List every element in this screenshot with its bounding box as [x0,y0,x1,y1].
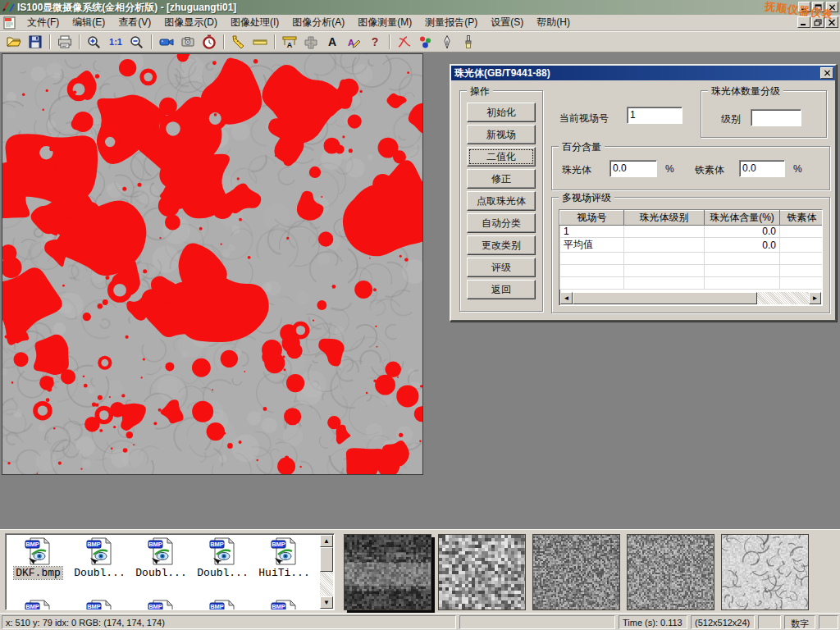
timer-button[interactable] [199,33,220,51]
current-view-input[interactable]: 1 [627,107,682,124]
particle-analysis-button[interactable] [415,33,436,51]
menu-item[interactable]: 测量报告(P) [418,14,484,31]
grid-cross-button[interactable] [300,33,322,51]
menu-item[interactable]: 文件(F) [21,14,66,31]
file-item[interactable]: BMP [192,600,253,610]
current-view-label: 当前视场号 [559,112,609,126]
scroll-left-icon[interactable]: ◄ [560,292,573,304]
measure-label-icon: A [281,34,298,49]
zoom-out-button[interactable] [126,33,148,51]
operation-button-7[interactable]: 更改类别 [467,235,536,255]
ferrite-value-input[interactable]: 0.0 [739,160,785,177]
operation-group-label: 操作 [467,84,493,98]
svg-text:BMP: BMP [87,603,101,610]
bottom-panel: BMPDKF.bmpBMPDoubl...BMPDoubl...BMPDoubl… [0,529,840,613]
table-row[interactable] [560,277,824,290]
open-icon [6,34,22,49]
table-hscrollbar[interactable]: ◄ ► [560,292,821,304]
bmp-file-icon: BMP [148,600,176,610]
column-header: 珠光体含量(%) [705,211,780,226]
open-button[interactable] [3,33,25,51]
operation-button-5[interactable]: 点取珠光体 [467,191,536,211]
scroll-up-icon[interactable]: ▲ [320,535,333,547]
menu-item[interactable]: 查看(V) [112,14,158,31]
thumbnail-image[interactable] [532,534,620,610]
menu-item[interactable]: 帮助(H) [530,14,577,31]
table-row[interactable] [560,265,824,277]
operation-button-4[interactable]: 修正 [467,169,536,189]
actual-size-button[interactable]: 1:1 [105,33,126,51]
save-icon [27,34,43,49]
scroll-down-icon[interactable]: ▼ [320,596,333,609]
operation-button-3[interactable]: 二值化 [467,147,536,167]
save-button[interactable] [25,33,46,51]
file-item[interactable]: BMP [7,600,69,610]
thumbnail-image[interactable] [627,534,714,610]
application-window: IS100显微摄像系统(金相分析版) - [zhuguangti01] 抚顺仪器… [0,0,840,630]
hscroll-thumb[interactable] [573,292,757,304]
menu-item[interactable]: 图像处理(I) [224,14,285,31]
brush-tool-button[interactable] [458,33,479,51]
thumbnail-image[interactable] [438,534,526,610]
file-name: Doubl... [134,567,188,579]
status-empty-panel-3 [819,615,838,629]
file-item[interactable]: BMP [69,600,130,610]
file-item[interactable]: BMPDoubl... [192,537,253,579]
camera-capture-button[interactable] [177,33,199,51]
curve-tool-button[interactable] [394,33,415,51]
file-item[interactable]: BMPDKF.bmp [7,537,69,579]
menu-item[interactable]: 图像分析(A) [285,14,351,31]
vscroll-thumb[interactable] [320,547,333,572]
menu-item[interactable]: 图像显示(D) [158,14,224,31]
table-cell [624,253,705,265]
ferrite-label: 铁素体 [695,163,724,177]
zoom-in-button[interactable] [84,33,105,51]
thumbnail-image[interactable] [721,534,809,610]
svg-text:A: A [328,35,336,48]
operation-button-2[interactable]: 新视场 [467,125,536,144]
thumbnail-canvas [628,535,714,609]
menu-item[interactable]: 图像测量(M) [351,14,418,31]
specimen-image[interactable] [2,53,423,475]
print-button[interactable] [54,33,75,51]
ruler-button[interactable] [249,33,271,51]
thumbnail-image[interactable] [344,534,431,610]
operation-button-9[interactable]: 返回 [467,280,536,299]
svg-text:BMP: BMP [25,541,39,548]
file-item[interactable]: BMP [253,600,315,610]
pen-tool-button[interactable] [436,33,458,51]
measure-label-button[interactable]: A [279,33,300,51]
table-row[interactable]: 10.0 [560,226,824,238]
file-name: Doubl... [72,567,126,579]
status-bar: x: 510 y: 79 idx: 0 RGB: (174, 174, 174)… [0,613,840,630]
menu-item[interactable]: 编辑(E) [66,14,112,31]
operation-button-6[interactable]: 自动分类 [467,213,536,233]
toolbar-separator [79,34,80,49]
annotate-button[interactable]: A [343,33,364,51]
file-item[interactable]: BMPHuiTi... [253,537,315,579]
file-item[interactable]: BMPDoubl... [69,537,130,579]
file-list-vscrollbar[interactable]: ▲ ▼ [320,535,333,609]
level-input[interactable] [751,109,801,126]
table-cell [560,253,624,265]
svg-text:BMP: BMP [87,541,101,548]
scroll-right-icon[interactable]: ► [809,292,821,304]
pearlite-value-input[interactable]: 0.0 [609,160,657,177]
table-row[interactable] [560,253,824,265]
file-item[interactable]: BMPDoubl... [130,537,192,579]
video-capture-button[interactable] [156,33,177,51]
file-item[interactable]: BMP [130,600,192,610]
table-cell: 平均值 [560,238,624,253]
text-label-button[interactable]: A [322,33,343,51]
operation-button-1[interactable]: 初始化 [467,103,536,122]
caliper-button[interactable] [228,33,249,51]
table-cell: 0.0 [705,238,780,253]
file-name: DKF.bmp [14,567,62,579]
menu-item[interactable]: 设置(S) [484,14,530,31]
toolbar-separator [151,34,153,49]
operation-button-8[interactable]: 评级 [467,258,536,277]
table-row[interactable]: 平均值0.0 [560,238,824,253]
dialog-close-button[interactable] [820,67,833,79]
help-button[interactable]: ? [364,33,386,51]
table-cell [560,277,624,290]
